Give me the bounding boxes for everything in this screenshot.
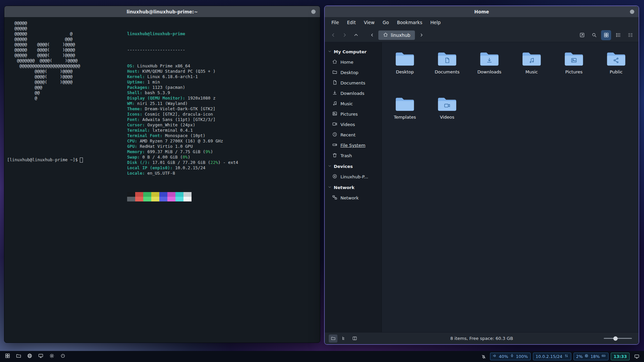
sidebar-item-pictures[interactable]: Pictures — [325, 109, 381, 119]
zoom-slider-knob[interactable] — [613, 336, 618, 341]
network-icon — [332, 195, 337, 201]
doc-emblem-icon — [444, 57, 450, 64]
taskbar-launcher-button[interactable] — [3, 352, 12, 361]
icon-view-button[interactable] — [601, 30, 611, 40]
network-arrows-icon — [564, 354, 569, 359]
file-manager-titlebar[interactable]: Home — [325, 6, 639, 17]
forward-button[interactable] — [339, 30, 350, 40]
sidebar-item-videos[interactable]: Videos — [325, 119, 381, 130]
menu-edit[interactable]: Edit — [343, 17, 360, 28]
search-button[interactable] — [589, 30, 599, 40]
sidebar-item-documents[interactable]: Documents — [325, 78, 381, 88]
sidebar-item-network[interactable]: Network — [325, 193, 381, 203]
file-item-videos[interactable]: Videos — [426, 94, 468, 139]
file-item-documents[interactable]: Documents — [426, 48, 468, 94]
sidebar-item-label: Downloads — [340, 91, 364, 96]
path-scroll-right-button[interactable] — [416, 30, 426, 40]
mic-level: 100% — [516, 354, 528, 359]
taskbar-display-button[interactable] — [36, 352, 45, 361]
terminal-window[interactable]: linuxhub@linuxhub-prime:~ @@@@@ @@@@@ @@… — [4, 6, 320, 343]
file-manager-window[interactable]: Home FileEditViewGoBookmarksHelp linuxhu… — [324, 6, 639, 345]
color-swatch — [135, 192, 143, 197]
file-item-desktop[interactable]: Desktop — [384, 48, 426, 94]
open-location-button[interactable] — [577, 30, 587, 40]
sysinfo-line: Locale: en_US.UTF-8 — [127, 171, 238, 176]
share-emblem-icon — [613, 57, 620, 64]
file-label: Music — [526, 69, 538, 74]
taskbar-power-button[interactable] — [58, 352, 67, 361]
file-label: Documents — [435, 69, 460, 74]
menu-bookmarks[interactable]: Bookmarks — [393, 17, 426, 28]
sidebar-item-trash[interactable]: Trash — [325, 150, 381, 161]
terminal-titlebar[interactable]: linuxhub@linuxhub-prime:~ — [4, 6, 320, 17]
sidebar-item-recent[interactable]: Recent — [325, 130, 381, 140]
file-label: Public — [610, 69, 623, 74]
folder-icon — [606, 50, 627, 68]
sidebar-item-home[interactable]: Home — [325, 57, 381, 67]
file-item-downloads[interactable]: Downloads — [468, 48, 511, 94]
section-label: Devices — [334, 164, 353, 169]
taskbar-settings-button[interactable] — [47, 352, 56, 361]
close-button[interactable] — [311, 9, 316, 14]
file-item-templates[interactable]: Templates — [384, 94, 426, 139]
path-scroll-left-button[interactable] — [367, 30, 377, 40]
statusbar: 8 items, Free space: 60.3 GB — [325, 332, 639, 344]
show-tree-button[interactable] — [339, 335, 348, 343]
sidebar-item-label: Desktop — [340, 70, 359, 75]
home-icon — [332, 59, 337, 65]
file-item-public[interactable]: Public — [595, 48, 637, 94]
resource-indicator[interactable]: 2% 18% — [574, 353, 609, 360]
ram-icon — [601, 354, 606, 359]
sidebar-item-downloads[interactable]: Downloads — [325, 88, 381, 99]
files-area[interactable]: DesktopDocumentsDownloadsMusicPicturesPu… — [382, 42, 639, 332]
section-label: My Computer — [334, 49, 367, 54]
sidebar-item-desktop[interactable]: Desktop — [325, 67, 381, 78]
taskbar-browser-button[interactable] — [25, 352, 34, 361]
do-not-disturb-icon[interactable] — [481, 353, 488, 360]
menu-file[interactable]: File — [327, 17, 343, 28]
color-swatch — [183, 197, 192, 201]
gear-icon — [49, 353, 55, 360]
back-button[interactable] — [328, 30, 338, 40]
sidebar-item-linuxhub-p[interactable]: Linuxhub-P... — [325, 172, 381, 182]
network-indicator[interactable]: 10.0.2.15/24 — [533, 353, 571, 360]
sidebar-item-label: Home — [340, 60, 353, 65]
system-tray: 40% 100% 10.0.2.15/24 2% 18% 13:33 — [481, 352, 641, 361]
sidebar-item-music[interactable]: Music — [325, 99, 381, 109]
show-places-button[interactable] — [329, 335, 337, 343]
folder-icon — [479, 50, 500, 68]
close-button[interactable] — [630, 9, 634, 14]
doc-icon — [332, 80, 337, 86]
clock-icon — [332, 132, 337, 138]
terminal-body[interactable]: @@@@@ @@@@@ @@@@@ @ @@@@@ @@@ @@@@@ @@@@… — [4, 17, 320, 343]
menu-go[interactable]: Go — [379, 17, 393, 28]
audio-indicator[interactable]: 40% 100% — [490, 353, 531, 360]
zoom-slider-track[interactable] — [604, 338, 632, 339]
virtual-display-tray-icon[interactable] — [632, 352, 641, 361]
list-view-button[interactable] — [613, 30, 623, 40]
taskbar-file-manager-button[interactable] — [14, 352, 23, 361]
menu-view[interactable]: View — [360, 17, 379, 28]
grid-view-icon — [5, 353, 10, 360]
folder-icon — [394, 96, 415, 113]
sysinfo-line: Kernel: Linux 6.18.6-arch1-1 — [127, 74, 238, 79]
sidebar-section-network[interactable]: Network — [325, 182, 381, 193]
terminal-cursor[interactable] — [80, 158, 83, 163]
zoom-slider[interactable] — [604, 338, 635, 339]
menu-help[interactable]: Help — [426, 17, 445, 28]
clock[interactable]: 13:33 — [611, 353, 630, 360]
image-icon — [332, 111, 337, 117]
music-icon — [332, 101, 337, 107]
file-item-music[interactable]: Music — [511, 48, 553, 94]
compact-view-button[interactable] — [625, 30, 635, 40]
file-item-pictures[interactable]: Pictures — [553, 48, 595, 94]
sidebar-section-devices[interactable]: Devices — [325, 161, 381, 172]
path-button-linuxhub[interactable]: linuxhub — [378, 31, 415, 40]
dual-pane-button[interactable] — [350, 335, 359, 343]
sidebar-item-label: Linuxhub-P... — [340, 174, 368, 179]
sidebar-item-file-system[interactable]: File System — [325, 140, 381, 150]
sidebar-section-my-computer[interactable]: My Computer — [325, 46, 381, 57]
up-button[interactable] — [351, 30, 361, 40]
color-swatch — [167, 192, 175, 197]
sysinfo-line: GPU: RedHat Virtio 1.0 GPU — [127, 144, 238, 149]
